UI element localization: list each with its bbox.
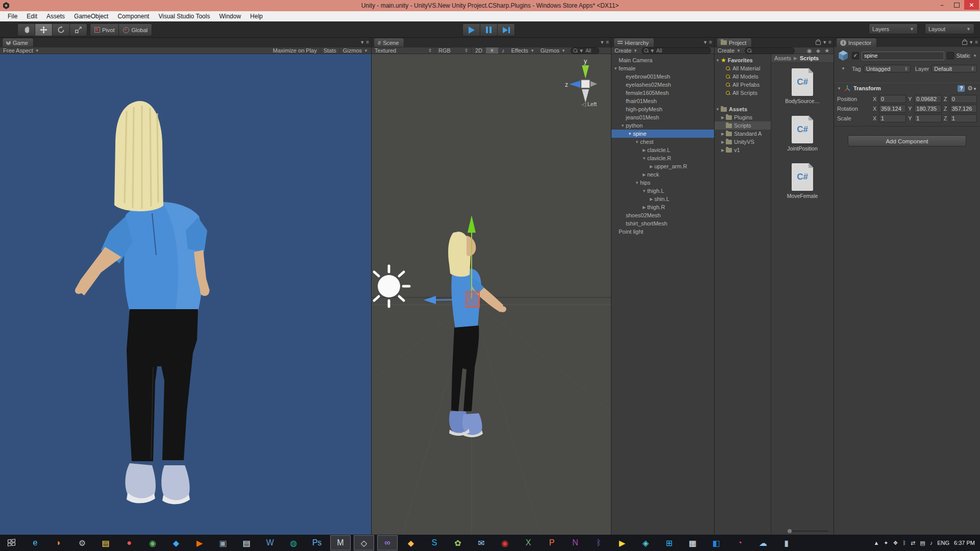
panel-menu-icon[interactable]: ≡	[828, 39, 831, 45]
axis-x-cone[interactable]	[591, 81, 597, 87]
foldout-arrow-icon[interactable]: ▼	[627, 132, 633, 136]
prefab-dropdown-icon[interactable]: ▼	[837, 66, 849, 71]
folder-unityvs[interactable]: ▶UnityVS	[715, 138, 771, 146]
hierarchy-item-hips[interactable]: ▼hips	[611, 179, 714, 187]
scene-gizmos-dropdown[interactable]: Gizmos ▼	[537, 47, 569, 54]
hierarchy-search-input[interactable]: ▼ All	[642, 47, 711, 54]
taskbar-app-app-indigo[interactable]: ᛒ	[589, 535, 609, 550]
tab-game[interactable]: Game	[2, 38, 34, 47]
taskbar-app-app-orange[interactable]: ▶	[189, 535, 210, 550]
panel-dropdown-icon[interactable]: ▼	[600, 40, 604, 45]
draw-mode-dropdown[interactable]: Textured ⇕	[372, 47, 435, 54]
axis-cube[interactable]	[581, 80, 590, 88]
hierarchy-item-female1605mesh[interactable]: female1605Mesh	[611, 89, 714, 97]
taskbar-app-app-gray[interactable]: ▣	[213, 535, 233, 550]
tray-icon-1[interactable]: ▲	[873, 540, 879, 546]
panel-dropdown-icon[interactable]: ▼	[703, 40, 707, 45]
global-toggle-button[interactable]: Global	[119, 23, 152, 36]
label-icon[interactable]: ◈	[816, 47, 820, 54]
folder-plugins[interactable]: ▶Plugins	[715, 113, 771, 121]
menu-component[interactable]: Component	[113, 11, 154, 21]
hierarchy-item-clavicle-l[interactable]: ▶clavicle.L	[611, 146, 714, 154]
layers-dropdown[interactable]: Layers ▼	[869, 23, 918, 34]
clock[interactable]: 6:37 PM	[954, 540, 975, 546]
2d-toggle-button[interactable]: 2D	[472, 47, 486, 54]
hierarchy-item-tshirt-shortmesh[interactable]: tshirt_shortMesh	[611, 219, 714, 228]
layer-dropdown[interactable]: Default ⇕	[932, 65, 977, 72]
aspect-dropdown[interactable]: Free Aspect ▼	[0, 47, 42, 54]
taskbar-app-app-red[interactable]: ◉	[495, 535, 515, 550]
rotation-x-field[interactable]: 359.124	[879, 105, 906, 113]
tag-dropdown[interactable]: Untagged ⇕	[864, 65, 911, 72]
menu-gameobject[interactable]: GameObject	[69, 11, 113, 21]
taskbar-app-app-amber[interactable]: ◆	[401, 535, 421, 550]
close-button[interactable]: ✕	[964, 0, 979, 10]
axis-z-cone[interactable]	[569, 81, 580, 88]
foldout-arrow-icon[interactable]: ▶	[720, 140, 726, 144]
maximize-button[interactable]	[949, 0, 964, 10]
foldout-arrow-icon[interactable]: ▼	[620, 123, 626, 128]
hierarchy-item-upper-arm-r[interactable]: ▶upper_arm.R	[611, 162, 714, 170]
taskbar-app-onedrive[interactable]: ☁	[753, 535, 773, 550]
tab-project[interactable]: Project	[717, 38, 752, 47]
taskbar-app-calculator[interactable]: ▦	[682, 535, 703, 550]
taskbar-app-powerpoint[interactable]: P	[542, 535, 562, 550]
tray-icon-6[interactable]: ▤	[920, 540, 925, 546]
favorites-root[interactable]: ▼ ★ Favorites	[715, 56, 771, 64]
start-button[interactable]	[0, 535, 23, 551]
menu-file[interactable]: File	[3, 11, 22, 21]
hierarchy-item-shin-l[interactable]: ▶shin.L	[611, 195, 714, 203]
menu-help[interactable]: Help	[246, 11, 267, 21]
hierarchy-item-eyebrow001mesh[interactable]: eyebrow001Mesh	[611, 72, 714, 81]
tray-icon-5[interactable]: ⇄	[911, 540, 915, 546]
position-y-field[interactable]: 0.09682	[914, 95, 941, 103]
foldout-arrow-icon[interactable]: ▶	[641, 148, 647, 153]
foldout-arrow-icon[interactable]: ▼	[715, 58, 721, 63]
stats-button[interactable]: Stats	[321, 47, 339, 54]
foldout-arrow-icon[interactable]: ▼	[837, 86, 841, 91]
foldout-arrow-icon[interactable]: ▼	[634, 140, 640, 144]
game-viewport[interactable]	[0, 54, 371, 535]
foldout-arrow-icon[interactable]: ▶	[648, 164, 654, 169]
project-create-button[interactable]: Create ▼	[715, 47, 744, 54]
scale-x-field[interactable]: 1	[879, 114, 906, 122]
foldout-arrow-icon[interactable]: ▶	[720, 115, 726, 120]
hierarchy-item-shoes02mesh[interactable]: shoes02Mesh	[611, 211, 714, 219]
taskbar-app-onenote[interactable]: N	[565, 535, 585, 550]
taskbar-app-excel[interactable]: X	[518, 535, 538, 550]
taskbar-app-app-cyan[interactable]: ◈	[635, 535, 656, 550]
favorite-all-prefabs[interactable]: All Prefabs	[715, 81, 771, 89]
hand-tool-button[interactable]	[17, 23, 35, 36]
foldout-arrow-icon[interactable]: ▶	[641, 205, 647, 210]
hierarchy-item-fhair01mesh[interactable]: fhair01Mesh	[611, 97, 714, 105]
position-x-field[interactable]: 0	[879, 95, 906, 103]
foldout-arrow-icon[interactable]: ▼	[641, 156, 647, 161]
taskbar-app-photoshop[interactable]: Ps	[307, 535, 327, 550]
gameobject-cube-icon[interactable]	[837, 49, 849, 62]
scale-y-field[interactable]: 1	[914, 114, 941, 122]
taskbar-app-word[interactable]: W	[260, 535, 280, 550]
foldout-arrow-icon[interactable]: ▶	[648, 197, 654, 202]
tray-icon-7[interactable]: ♪	[930, 540, 933, 546]
tray-icon-2[interactable]: ✦	[884, 540, 888, 546]
tab-scene[interactable]: # Scene	[374, 38, 404, 47]
scale-tool-button[interactable]	[70, 23, 87, 36]
axis-y-cone[interactable]	[582, 65, 589, 79]
tray-icon-3[interactable]: ❖	[893, 540, 898, 546]
foldout-arrow-icon[interactable]: ▶	[720, 132, 726, 136]
menu-visual-studio-tools[interactable]: Visual Studio Tools	[154, 11, 214, 21]
hierarchy-item-thigh-l[interactable]: ▼thigh.L	[611, 187, 714, 195]
foldout-arrow-icon[interactable]: ▼	[612, 66, 619, 71]
taskbar-app-mail[interactable]: ✉	[471, 535, 492, 550]
taskbar-app-media-player[interactable]: ●	[119, 535, 139, 550]
panel-dropdown-icon[interactable]: ▼	[822, 40, 827, 45]
hierarchy-item-chest[interactable]: ▼chest	[611, 138, 714, 146]
taskbar-app-visual-studio[interactable]: ∞	[377, 535, 398, 550]
scene-viewport[interactable]: y z ◁ Left	[372, 54, 611, 535]
hierarchy-item-main-camera[interactable]: Main Camera	[611, 56, 714, 64]
static-checkbox[interactable]	[947, 52, 954, 59]
scene-orientation-gizmo[interactable]: y z	[565, 57, 606, 108]
hierarchy-item-jeans01mesh[interactable]: jeans01Mesh	[611, 113, 714, 121]
thumbnail-size-slider[interactable]	[788, 531, 828, 532]
taskbar-app-app-blue[interactable]: ◆	[166, 535, 186, 550]
